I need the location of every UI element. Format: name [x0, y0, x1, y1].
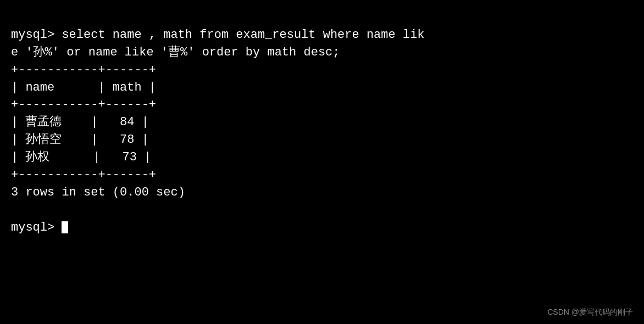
query-line1: select name , math from exam_result wher… — [62, 28, 424, 42]
query-line2: e '孙%' or name like '曹%' order by math d… — [11, 46, 340, 59]
table-row-2: | 孙悟空 | 78 | — [11, 133, 149, 147]
prompt2-label: mysql> — [11, 221, 62, 234]
cursor-block — [62, 221, 68, 233]
terminal-output: mysql> select name , math from exam_resu… — [11, 9, 633, 237]
table-row-3: | 孙权 | 73 | — [11, 150, 151, 164]
table-row-1: | 曹孟德 | 84 | — [11, 115, 149, 129]
result-summary: 3 rows in set (0.00 sec) — [11, 186, 185, 199]
separator-bottom: +-----------+------+ — [11, 168, 156, 182]
table-header: | name | math | — [11, 81, 156, 94]
separator-mid: +-----------+------+ — [11, 98, 156, 111]
separator-top: +-----------+------+ — [11, 63, 156, 77]
prompt-label: mysql> — [11, 28, 62, 42]
watermark-label: CSDN @爱写代码的刚子 — [547, 308, 633, 317]
